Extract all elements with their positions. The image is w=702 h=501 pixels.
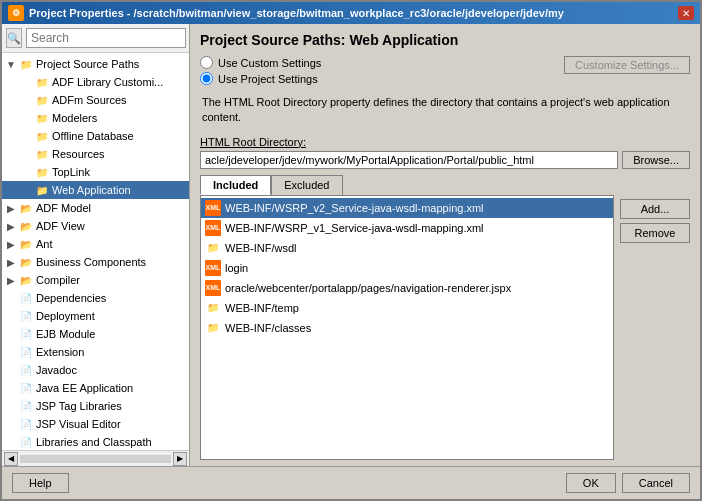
content-row: XML WEB-INF/WSRP_v2_Service-java-wsdl-ma… — [200, 195, 690, 460]
file-name: oracle/webcenter/portalapp/pages/navigat… — [225, 282, 511, 294]
main-area: 🔍 ▼ 📁 Project Source Paths 📁 A — [2, 24, 700, 466]
tree-item-modelers[interactable]: 📁 Modelers — [2, 109, 189, 127]
file-item[interactable]: 📁 WEB-INF/wsdl — [201, 238, 613, 258]
window-body: 🔍 ▼ 📁 Project Source Paths 📁 A — [2, 24, 700, 499]
tree-label: Modelers — [52, 112, 97, 124]
tree-toggle[interactable]: ▶ — [4, 201, 18, 215]
tree-toggle[interactable]: ▶ — [4, 237, 18, 251]
file-name: WEB-INF/wsdl — [225, 242, 297, 254]
tree-item-extension[interactable]: 📄 Extension — [2, 343, 189, 361]
tree-item-javadoc[interactable]: 📄 Javadoc — [2, 361, 189, 379]
tree-item-business-components[interactable]: ▶ 📂 Business Components — [2, 253, 189, 271]
folder-icon: 📁 — [34, 164, 50, 180]
xml-icon: XML — [205, 280, 221, 296]
tree-item-web-application[interactable]: 📁 Web Application — [2, 181, 189, 199]
node-icon: 📂 — [18, 254, 34, 270]
ok-button[interactable]: OK — [566, 473, 616, 493]
radio-custom-label[interactable]: Use Custom Settings — [218, 57, 321, 69]
cancel-button[interactable]: Cancel — [622, 473, 690, 493]
folder-icon: 📁 — [34, 92, 50, 108]
tree-item-compiler[interactable]: ▶ 📂 Compiler — [2, 271, 189, 289]
description-text: The HTML Root Directory property defines… — [200, 91, 690, 130]
main-window: ⚙ Project Properties - /scratch/bwitman/… — [0, 0, 702, 501]
scroll-track[interactable] — [20, 455, 171, 463]
node-icon: 📄 — [18, 380, 34, 396]
file-item[interactable]: XML oracle/webcenter/portalapp/pages/nav… — [201, 278, 613, 298]
remove-button[interactable]: Remove — [620, 223, 690, 243]
node-icon: 📄 — [18, 362, 34, 378]
tree-item-resources[interactable]: 📁 Resources — [2, 145, 189, 163]
tree-item-java-ee[interactable]: 📄 Java EE Application — [2, 379, 189, 397]
tree-label: ADFm Sources — [52, 94, 127, 106]
scroll-left-btn[interactable]: ◀ — [4, 452, 18, 466]
tab-included[interactable]: Included — [200, 175, 271, 195]
tab-excluded[interactable]: Excluded — [271, 175, 342, 195]
radio-custom[interactable] — [200, 56, 213, 69]
tree-toggle-root[interactable]: ▼ — [4, 57, 18, 71]
file-item[interactable]: 📁 WEB-INF/temp — [201, 298, 613, 318]
file-item[interactable]: XML login — [201, 258, 613, 278]
tree-label: JSP Tag Libraries — [36, 400, 122, 412]
tree-item-offline-database[interactable]: 📁 Offline Database — [2, 127, 189, 145]
tree-label-offline-db: Offline Database — [52, 130, 134, 142]
title-bar: ⚙ Project Properties - /scratch/bwitman/… — [2, 2, 700, 24]
tree-label-web-app: Web Application — [52, 184, 131, 196]
node-icon: 📄 — [18, 434, 34, 450]
folder-icon: 📁 — [34, 128, 50, 144]
horizontal-scrollbar: ◀ ▶ — [2, 450, 189, 466]
tree-label: Ant — [36, 238, 53, 250]
tree-item-jsp-visual[interactable]: 📄 JSP Visual Editor — [2, 415, 189, 433]
browse-button[interactable]: Browse... — [622, 151, 690, 169]
panel-title: Project Source Paths: Web Application — [200, 32, 690, 48]
tree-container: ▼ 📁 Project Source Paths 📁 ADF Library C… — [2, 53, 189, 450]
radio-project[interactable] — [200, 72, 213, 85]
file-list: XML WEB-INF/WSRP_v2_Service-java-wsdl-ma… — [201, 196, 613, 459]
add-button[interactable]: Add... — [620, 199, 690, 219]
tree-label: Deployment — [36, 310, 95, 322]
right-panel: Project Source Paths: Web Application Us… — [190, 24, 700, 466]
node-icon: 📄 — [18, 398, 34, 414]
tree-item-ejb-module[interactable]: 📄 EJB Module — [2, 325, 189, 343]
bottom-bar: Help OK Cancel — [2, 466, 700, 499]
tree-item-adfm[interactable]: 📁 ADFm Sources — [2, 91, 189, 109]
tree-toggle[interactable]: ▶ — [4, 255, 18, 269]
tree-item-libraries[interactable]: 📄 Libraries and Classpath — [2, 433, 189, 450]
radio-project-row: Use Project Settings — [200, 72, 321, 85]
scroll-right-btn[interactable]: ▶ — [173, 452, 187, 466]
tree-root-item[interactable]: ▼ 📁 Project Source Paths — [2, 55, 189, 73]
file-name: login — [225, 262, 248, 274]
tree-label: Java EE Application — [36, 382, 133, 394]
tree-label: Dependencies — [36, 292, 106, 304]
tree-item-adf-view[interactable]: ▶ 📂 ADF View — [2, 217, 189, 235]
tree-label-business: Business Components — [36, 256, 146, 268]
tree-label: Javadoc — [36, 364, 77, 376]
help-button[interactable]: Help — [12, 473, 69, 493]
folder-icon: 📁 — [205, 240, 221, 256]
tree-item-adf-library[interactable]: 📁 ADF Library Customi... — [2, 73, 189, 91]
radio-project-label[interactable]: Use Project Settings — [218, 73, 318, 85]
file-item[interactable]: 📁 WEB-INF/classes — [201, 318, 613, 338]
node-icon: 📄 — [18, 308, 34, 324]
file-item[interactable]: XML WEB-INF/WSRP_v1_Service-java-wsdl-ma… — [201, 218, 613, 238]
customize-settings-button[interactable]: Customize Settings... — [564, 56, 690, 74]
tree-item-jsp-tag[interactable]: 📄 JSP Tag Libraries — [2, 397, 189, 415]
xml-icon: XML — [205, 200, 221, 216]
close-button[interactable]: ✕ — [678, 6, 694, 20]
tabs-row: Included Excluded — [200, 175, 690, 195]
tree-item-toplink[interactable]: 📁 TopLink — [2, 163, 189, 181]
tabs-section: Included Excluded XML WEB-INF/WSRP_v2_Se… — [200, 175, 690, 460]
search-input[interactable] — [26, 28, 186, 48]
html-root-label: HTML Root Directory: — [200, 136, 690, 148]
tree-toggle[interactable]: ▶ — [4, 273, 18, 287]
tree-item-dependencies[interactable]: 📄 Dependencies — [2, 289, 189, 307]
tree-item-adf-model[interactable]: ▶ 📂 ADF Model — [2, 199, 189, 217]
tree-item-deployment[interactable]: 📄 Deployment — [2, 307, 189, 325]
html-root-input[interactable] — [200, 151, 618, 169]
tree-toggle[interactable]: ▶ — [4, 219, 18, 233]
tree-label: ADF Library Customi... — [52, 76, 163, 88]
left-panel: 🔍 ▼ 📁 Project Source Paths 📁 A — [2, 24, 190, 466]
tree-item-ant[interactable]: ▶ 📂 Ant — [2, 235, 189, 253]
node-icon: 📄 — [18, 344, 34, 360]
file-item[interactable]: XML WEB-INF/WSRP_v2_Service-java-wsdl-ma… — [201, 198, 613, 218]
tree-label: Resources — [52, 148, 105, 160]
